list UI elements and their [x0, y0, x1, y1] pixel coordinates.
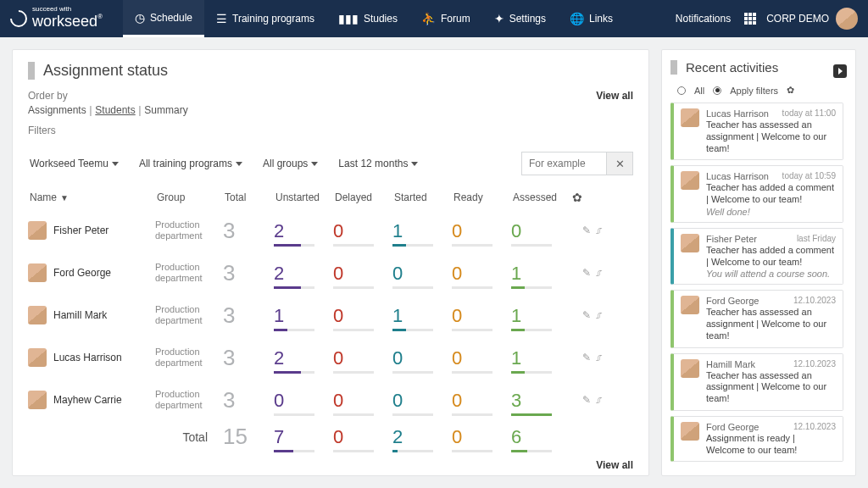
edit-icon: ✎	[582, 225, 591, 236]
nav-settings[interactable]: ✦Settings	[482, 0, 558, 37]
brand-name: workseed	[32, 13, 97, 30]
table-row-name[interactable]: Hamill Mark	[28, 294, 155, 336]
nav-training-label: Training programs	[232, 13, 314, 25]
table-settings-button[interactable]: ✿	[570, 182, 613, 209]
view-all-top[interactable]: View all	[596, 90, 633, 102]
student-group: Productiondepartment	[155, 347, 223, 369]
total-label: Total	[155, 430, 223, 444]
apps-grid-icon[interactable]	[744, 13, 756, 25]
stat-cell: 0	[333, 421, 392, 452]
table-row-name[interactable]: Lucas Harrison	[28, 336, 155, 379]
row-actions[interactable]: ✎⎎	[570, 225, 613, 236]
row-actions[interactable]: ✎⎎	[570, 394, 613, 406]
student-group: Productiondepartment	[155, 389, 223, 411]
filter-groups[interactable]: All groups	[261, 154, 320, 173]
filter-apply-radio[interactable]	[713, 86, 721, 95]
activity-avatar	[681, 108, 699, 127]
view-all-bottom[interactable]: View all	[28, 459, 633, 471]
student-name: Ford George	[53, 267, 111, 279]
nav-forum[interactable]: ⛹Forum	[409, 0, 482, 37]
stat-cell: 1	[392, 215, 452, 247]
total-cell: 3	[223, 302, 274, 329]
orderby-students[interactable]: Students	[95, 104, 135, 116]
activity-item[interactable]: Fisher Peterlast Friday Teacher has adde…	[670, 228, 843, 286]
stat-cell: 0	[511, 215, 570, 247]
slider-icon: ⎎	[596, 394, 602, 406]
nav-links[interactable]: 🌐Links	[558, 0, 625, 37]
activity-item[interactable]: Ford George12.10.2023 Assignment is read…	[670, 416, 843, 463]
activity-user: Fisher Peter	[706, 234, 757, 244]
col-ready[interactable]: Ready	[452, 183, 511, 208]
row-actions[interactable]: ✎⎎	[570, 309, 613, 321]
total-cell: 3	[223, 218, 274, 244]
stat-cell: 0	[392, 342, 452, 374]
activity-message: Assignment is ready | Welcome to our tea…	[706, 433, 836, 457]
status-table: Name ▼ Group Total Unstarted Delayed Sta…	[28, 182, 633, 452]
student-name: Lucas Harrison	[53, 352, 122, 363]
stat-cell: 0	[333, 258, 392, 289]
user-menu[interactable]: CORP DEMO	[766, 8, 858, 30]
slider-icon: ⎎	[596, 225, 602, 236]
edit-icon: ✎	[582, 352, 591, 363]
col-assessed[interactable]: Assessed	[511, 183, 570, 208]
col-started[interactable]: Started	[392, 183, 452, 208]
stat-cell: 2	[392, 421, 452, 452]
student-group: Productiondepartment	[155, 219, 223, 241]
stat-cell: 0	[274, 385, 333, 416]
stat-cell: 1	[274, 300, 333, 331]
student-avatar	[28, 348, 47, 367]
filter-period[interactable]: Last 12 months	[337, 154, 420, 173]
filter-programs[interactable]: All training programs	[137, 154, 244, 173]
grand-total: 15	[223, 424, 274, 450]
stat-cell: 0	[333, 215, 392, 247]
col-delayed[interactable]: Delayed	[333, 183, 392, 208]
nav-schedule[interactable]: ◷Schedule	[123, 0, 204, 37]
activity-item[interactable]: Ford George12.10.2023 Teacher has assess…	[670, 290, 843, 347]
nav-studies-label: Studies	[364, 13, 398, 25]
table-row-name[interactable]: Fisher Peter	[28, 209, 155, 252]
stat-cell: 2	[274, 258, 333, 289]
gear-icon: ✿	[572, 191, 582, 204]
orderby-label: Order by	[28, 90, 188, 102]
activity-item[interactable]: Lucas Harrisontoday at 10:59 Teacher has…	[670, 165, 843, 223]
stat-cell: 1	[392, 300, 452, 331]
col-name[interactable]: Name ▼	[28, 183, 155, 208]
col-total[interactable]: Total	[223, 183, 274, 208]
stat-cell: 0	[333, 342, 392, 374]
expand-icon[interactable]	[833, 64, 847, 78]
nav-training[interactable]: ☰Training programs	[204, 0, 326, 37]
activity-time: today at 10:59	[782, 171, 836, 181]
row-actions[interactable]: ✎⎎	[570, 352, 613, 363]
stat-cell: 7	[274, 421, 333, 452]
activity-time: 12.10.2023	[793, 296, 836, 306]
nav-studies[interactable]: ▮▮▮Studies	[326, 0, 409, 37]
notifications-button[interactable]: Notifications	[662, 13, 744, 25]
stat-cell: 6	[511, 421, 570, 452]
student-avatar	[28, 306, 47, 324]
gear-icon[interactable]: ✿	[787, 85, 794, 96]
search-clear-button[interactable]: ✕	[606, 152, 633, 175]
activity-item[interactable]: Hamill Mark12.10.2023 Teacher has assess…	[670, 353, 843, 411]
activity-time: today at 11:00	[782, 108, 836, 119]
logo-ring-icon	[7, 7, 31, 30]
stat-cell: 0	[452, 215, 511, 247]
row-actions[interactable]: ✎⎎	[570, 267, 613, 279]
activity-item[interactable]: Lucas Harrisontoday at 11:00 Teacher has…	[670, 103, 843, 160]
col-unstarted[interactable]: Unstarted	[274, 183, 333, 208]
slider-icon: ⎎	[596, 352, 602, 363]
filter-owner[interactable]: Workseed Teemu	[28, 154, 120, 173]
assignment-status-panel: Assignment status Order by Assignments |…	[12, 49, 649, 476]
stat-cell: 0	[333, 300, 392, 331]
brand-logo[interactable]: succeed with workseed®	[10, 7, 103, 30]
col-group[interactable]: Group	[155, 183, 223, 208]
sort-arrow-down-icon: ▼	[60, 193, 69, 202]
filter-all-label: All	[694, 86, 704, 96]
table-row-name[interactable]: Mayhew Carrie	[28, 379, 155, 421]
orderby-assignments[interactable]: Assignments	[28, 104, 86, 116]
table-row-name[interactable]: Ford George	[28, 252, 155, 294]
orderby-summary[interactable]: Summary	[144, 104, 187, 116]
search-input[interactable]	[521, 152, 606, 175]
filter-all-radio[interactable]	[677, 86, 686, 95]
stat-cell: 0	[452, 342, 511, 374]
student-group: Productiondepartment	[155, 262, 223, 284]
